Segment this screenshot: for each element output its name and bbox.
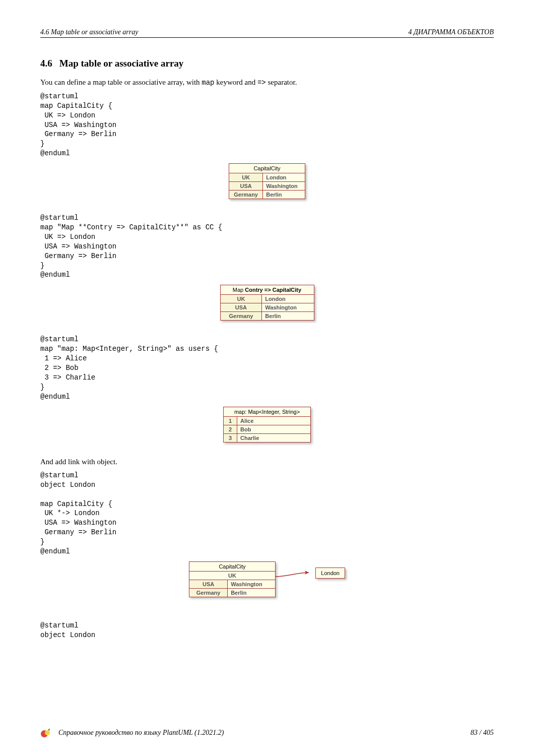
map-key: 1	[224, 417, 237, 425]
table-row: UKLondon	[229, 173, 305, 182]
plantuml-logo-icon	[40, 727, 52, 739]
table-row: 3Charlie	[224, 433, 310, 442]
diagram-1: CapitalCity UKLondon USAWashington Germa…	[40, 163, 494, 199]
link-arrow-icon	[275, 561, 315, 592]
map-value: Berlin	[263, 191, 305, 199]
map-key: UK	[229, 173, 263, 182]
map-key: USA	[229, 182, 263, 191]
map-value: Washington	[262, 303, 314, 312]
table-row: GermanyBerlin	[221, 312, 314, 321]
page-number: 83 / 405	[471, 729, 494, 737]
linked-object: London	[315, 568, 345, 579]
section-title: Map table or associative array	[59, 58, 184, 69]
diagram-title: CapitalCity	[189, 562, 275, 572]
table-row: GermanyBerlin	[229, 191, 305, 199]
code-block-2: @startuml map "Map **Contry => CapitalCi…	[40, 213, 494, 280]
map-key: UK	[221, 295, 262, 303]
map-key: USA	[221, 303, 262, 312]
table-row: 1Alice	[224, 417, 310, 425]
map-value: Alice	[237, 417, 311, 425]
diagram-title: Map Contry => CapitalCity	[221, 285, 314, 295]
diagram-title: map: Map<Integer, String>	[224, 407, 310, 417]
map-value: Berlin	[228, 588, 275, 597]
code-block-1: @startuml map CapitalCity { UK => London…	[40, 92, 494, 158]
map-value: Washington	[228, 580, 275, 588]
diagram-3: map: Map<Integer, String> 1Alice 2Bob 3C…	[40, 407, 494, 443]
title-bold: Contry => CapitalCity	[245, 287, 301, 293]
table-row: 2Bob	[224, 425, 310, 433]
diagram-2: Map Contry => CapitalCity UKLondon USAWa…	[40, 285, 494, 321]
page-footer: Справочное руководство по языку PlantUML…	[40, 727, 494, 739]
map-key: USA	[189, 580, 228, 588]
code-block-5: @startuml object London	[40, 621, 494, 640]
table-row: UK	[189, 572, 275, 580]
code-block-3: @startuml map "map: Map<Integer, String>…	[40, 335, 494, 401]
footer-left: Справочное руководство по языку PlantUML…	[40, 727, 224, 739]
table-row: USAWashington	[189, 580, 275, 588]
table-row: USAWashington	[221, 303, 314, 312]
section-number: 4.6	[40, 58, 52, 69]
arrow-keyword: =>	[257, 79, 266, 87]
map-value: Berlin	[262, 312, 314, 321]
header-right: 4 ДИАГРАММА ОБЪЕКТОВ	[409, 28, 494, 36]
map-key: Germany	[221, 312, 262, 321]
intro-text: separator.	[266, 78, 297, 86]
map-value: London	[262, 295, 314, 303]
map-key: Germany	[189, 588, 228, 597]
header-left: 4.6 Map table or associative array	[40, 28, 138, 36]
code-block-4: @startuml object London map CapitalCity …	[40, 471, 494, 556]
mid-paragraph: And add link with object.	[40, 457, 494, 467]
running-header: 4.6 Map table or associative array 4 ДИА…	[40, 28, 494, 38]
map-value: Washington	[263, 182, 305, 191]
map-value: Charlie	[237, 433, 311, 442]
map-key: Germany	[229, 191, 263, 199]
map-keyword: map	[202, 79, 214, 87]
footer-text: Справочное руководство по языку PlantUML…	[58, 729, 224, 737]
map-key: 3	[224, 433, 237, 442]
section-heading: 4.6Map table or associative array	[40, 58, 494, 69]
title-prefix: Map	[233, 287, 245, 293]
map-key: 2	[224, 425, 237, 433]
intro-text: keyword and	[215, 78, 257, 86]
diagram-title: CapitalCity	[229, 164, 305, 173]
intro-paragraph: You can define a map table or associativ…	[40, 77, 494, 88]
diagram-4: CapitalCity UK USAWashington GermanyBerl…	[40, 561, 494, 607]
map-value: London	[263, 173, 305, 182]
map-key-link: UK	[189, 572, 275, 580]
intro-text: You can define a map table or associativ…	[40, 78, 202, 86]
map-value: Bob	[237, 425, 311, 433]
svg-point-1	[45, 730, 50, 735]
table-row: UKLondon	[221, 295, 314, 303]
table-row: USAWashington	[229, 182, 305, 191]
table-row: GermanyBerlin	[189, 588, 275, 597]
